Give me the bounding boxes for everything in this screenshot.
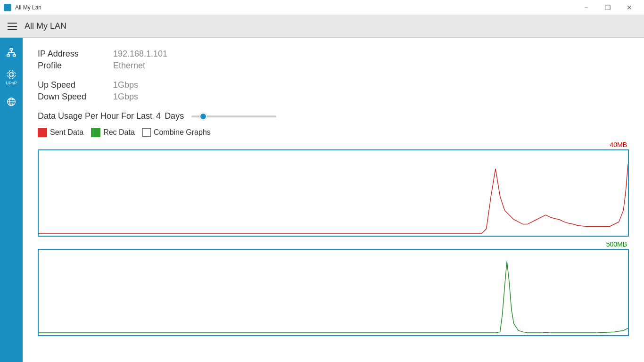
hamburger-menu[interactable] xyxy=(8,23,17,30)
combine-checkbox[interactable] xyxy=(142,128,151,137)
ip-address-label: IP Address xyxy=(38,49,113,59)
sidebar-item-globe[interactable] xyxy=(0,90,23,113)
rec-chart-svg xyxy=(39,250,628,335)
profile-value: Ethernet xyxy=(113,61,629,71)
usage-label: Data Usage Per Hour For Last xyxy=(38,111,152,121)
down-speed-value: 1Gbps xyxy=(113,92,629,102)
sent-chart-container: 40MB xyxy=(38,141,629,237)
days-label: Days xyxy=(165,111,184,121)
rec-data-legend: Rec Data xyxy=(91,128,135,137)
sent-chart-box xyxy=(38,149,629,237)
sent-data-legend: Sent Data xyxy=(38,128,83,137)
svg-point-7 xyxy=(9,73,13,76)
days-value: 4 xyxy=(156,111,161,121)
down-speed-label: Down Speed xyxy=(38,92,113,102)
up-speed-label: Up Speed xyxy=(38,80,113,90)
svg-rect-0 xyxy=(10,49,13,50)
main-layout: UPnP IP Address 192.168.1.101 Profile Et… xyxy=(0,38,644,362)
rec-chart-max-label: 500MB xyxy=(38,240,629,248)
close-button[interactable]: ✕ xyxy=(619,0,640,15)
combine-graphs-legend[interactable]: Combine Graphs xyxy=(142,128,211,137)
usage-row: Data Usage Per Hour For Last 4 Days xyxy=(38,111,629,121)
info-grid: IP Address 192.168.1.101 Profile Etherne… xyxy=(38,49,629,71)
svg-rect-2 xyxy=(13,55,16,57)
upnp-icon xyxy=(6,69,17,80)
profile-label: Profile xyxy=(38,61,113,71)
up-speed-value: 1Gbps xyxy=(113,80,629,90)
svg-rect-1 xyxy=(7,55,10,57)
network-icon xyxy=(6,48,17,58)
title-bar-controls: − ❐ ✕ xyxy=(575,0,640,15)
rec-chart-box xyxy=(38,249,629,336)
sidebar: UPnP xyxy=(0,38,23,362)
minimize-button[interactable]: − xyxy=(575,0,597,15)
app-title: All My LAN xyxy=(25,21,66,31)
globe-icon xyxy=(6,97,17,107)
days-slider-container xyxy=(191,115,276,117)
rec-chart-container: 500MB xyxy=(38,240,629,336)
sidebar-item-network[interactable] xyxy=(0,41,23,64)
sidebar-item-upnp[interactable]: UPnP xyxy=(0,66,23,89)
app-bar: All My LAN xyxy=(0,15,644,38)
title-bar-text: All My Lan xyxy=(15,4,41,11)
combine-label: Combine Graphs xyxy=(154,128,211,137)
days-slider[interactable] xyxy=(191,115,276,117)
rec-color-box xyxy=(91,128,100,137)
sent-chart-svg xyxy=(39,150,628,236)
title-bar: All My Lan − ❐ ✕ xyxy=(0,0,644,15)
content-area: IP Address 192.168.1.101 Profile Etherne… xyxy=(23,38,644,362)
speed-grid: Up Speed 1Gbps Down Speed 1Gbps xyxy=(38,80,629,102)
ip-address-value: 192.168.1.101 xyxy=(113,49,629,59)
legend-row: Sent Data Rec Data Combine Graphs xyxy=(38,128,629,137)
title-bar-left: All My Lan xyxy=(4,4,41,11)
sent-color-box xyxy=(38,128,47,137)
restore-button[interactable]: ❐ xyxy=(597,0,619,15)
app-icon xyxy=(4,4,11,11)
sent-data-label: Sent Data xyxy=(50,128,83,137)
rec-data-label: Rec Data xyxy=(103,128,135,137)
upnp-label: UPnP xyxy=(6,81,17,85)
sent-chart-max-label: 40MB xyxy=(38,141,629,148)
